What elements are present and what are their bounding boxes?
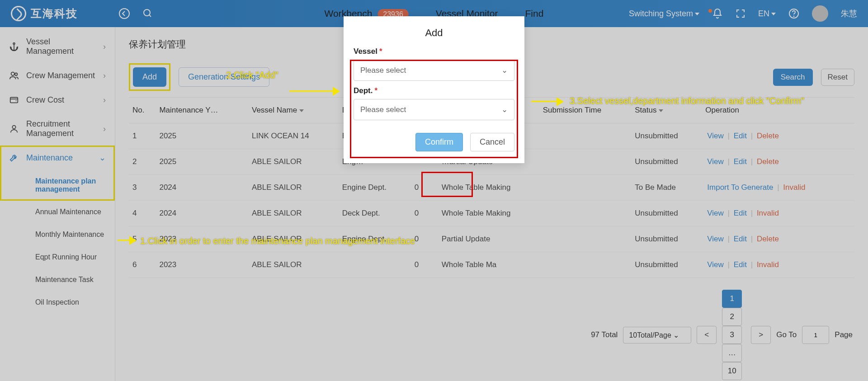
svg-point-4 [13,43,15,45]
chevron-down-icon: ⌄ [501,105,508,114]
help-icon[interactable] [788,8,799,19]
sidebar: Vessel Management › Crew Management › Cr… [0,27,115,381]
sidebar-item-oil-inspection[interactable]: Oil Inspection [0,291,115,314]
table-row: 52023ABLE SAILOREngine Dept.0Partial Upd… [129,226,854,252]
cell-apply: Whole Table Ma [438,252,539,278]
svg-point-8 [12,126,15,129]
top-right: Switching System EN 朱慧 [629,5,857,22]
switching-system[interactable]: Switching System [629,9,699,19]
svg-point-3 [794,16,794,17]
search-button[interactable]: Search [773,69,813,86]
table-row: 32024ABLE SAILOREngine Dept.0Whole Table… [129,175,854,201]
cell-qty: 0 [411,201,438,226]
sidebar-item-vessel-management[interactable]: Vessel Management › [0,30,115,63]
sidebar-item-crew-management[interactable]: Crew Management › [0,63,115,88]
op-invalid[interactable]: Invalid [757,260,779,269]
sidebar-item-crew-cost[interactable]: Crew Cost › [0,88,115,112]
cancel-button[interactable]: Cancel [470,133,514,151]
op-delete[interactable]: Delete [757,235,779,243]
top-left-icons [118,8,154,19]
brand-logo-icon [11,6,26,21]
required-icon: * [379,47,382,56]
pagination: 97 Total 10Total/Page ⌄ < 123…10 > Go To… [129,278,854,381]
arrow-icon [289,90,339,92]
page-3[interactable]: 3 [722,326,742,344]
op-edit[interactable]: Edit [734,157,747,166]
cell-no: 4 [129,201,156,226]
sidebar-item-maintenance-task[interactable]: Maintenance Task [0,268,115,291]
vessel-select-placeholder: Please select [360,66,406,75]
col-year: Maintenance Y… [156,98,248,123]
cell-dept: Engine Dept. [339,175,411,201]
op-invalid[interactable]: Invalid [783,183,805,192]
goto-label: Go To [776,330,797,339]
sidebar-item-eqpt-running-hour[interactable]: Eqpt Running Hour [0,246,115,268]
op-edit[interactable]: Edit [734,132,747,140]
op-view[interactable]: View [707,235,724,243]
sidebar-item-label: Maintenance [26,153,73,163]
generation-settings-button[interactable]: Generation Settings [179,67,269,87]
modal-title: Add [354,27,514,39]
page-2[interactable]: 2 [722,308,742,326]
sidebar-item-maintenance[interactable]: Maintenance ⌄ [0,146,115,170]
language-switch[interactable]: EN [758,9,776,19]
reset-button[interactable]: Reset [821,69,854,86]
op-view[interactable]: View [707,132,724,140]
col-vessel[interactable]: Vessel Name [248,98,339,123]
sidebar-item-label: Oil Inspection [35,298,79,306]
nav-find[interactable]: Find [525,8,544,19]
op-view[interactable]: View [707,260,724,269]
highlight-maintenance-group: Maintenance ⌄ Maintenance plan managemen… [0,146,115,201]
sidebar-item-annual-maintenance[interactable]: Annual Maintenance [0,201,115,223]
op-edit[interactable]: Edit [734,209,747,217]
cell-operation: View | Edit | Delete [702,149,854,175]
bell-icon[interactable] [712,8,723,19]
op-edit[interactable]: Edit [734,235,747,243]
switching-system-label: Switching System [629,9,693,18]
sidebar-item-monthly-maintenance[interactable]: Monthly Maintenance [0,223,115,246]
cell-submission [539,123,632,149]
chevron-down-icon: ⌄ [501,66,508,75]
confirm-button[interactable]: Confirm [415,133,463,151]
username[interactable]: 朱慧 [841,8,857,19]
dept-select[interactable]: Please select ⌄ [354,99,514,120]
user-icon [9,124,19,134]
search-icon[interactable] [142,8,154,19]
sidebar-item-label: Crew Cost [26,95,64,105]
dept-field-label: Dept.* [354,86,514,95]
op-edit[interactable]: Edit [734,260,747,269]
op-import-to-generate[interactable]: Import To Generate [707,183,773,192]
cell-status: Unsubmitted [631,252,702,278]
cell-operation: View | Edit | Invalid [702,252,854,278]
page-1[interactable]: 1 [722,290,742,308]
dept-label-text: Dept. [354,86,373,95]
page-10[interactable]: 10 [722,362,742,380]
col-status[interactable]: Status [631,98,702,123]
cell-no: 2 [129,149,156,175]
op-delete[interactable]: Delete [757,157,779,166]
cell-qty: 0 [411,175,438,201]
goto-input[interactable] [802,326,829,344]
cell-operation: View | Edit | Delete [702,123,854,149]
cell-year: 2025 [156,149,248,175]
op-delete[interactable]: Delete [757,132,779,140]
page-prev[interactable]: < [697,326,717,344]
sidebar-item-maintenance-plan[interactable]: Maintenance plan management [0,170,115,201]
page-next[interactable]: > [751,326,771,344]
cell-no: 3 [129,175,156,201]
op-invalid[interactable]: Invalid [757,209,779,217]
sidebar-item-recruitment[interactable]: Recruitment Management › [0,112,115,146]
op-view[interactable]: View [707,209,724,217]
brand[interactable]: 互海科技 [11,6,78,21]
page-…[interactable]: … [722,344,742,362]
cell-dept: Engine Dept. [339,226,411,252]
back-icon[interactable] [118,8,130,19]
page-size-select[interactable]: 10Total/Page ⌄ [623,327,691,343]
chevron-right-icon: › [103,95,106,105]
cell-submission [539,201,632,226]
add-button[interactable]: Add [133,67,166,87]
fullscreen-icon[interactable] [736,9,745,19]
vessel-select[interactable]: Please select ⌄ [354,60,514,81]
avatar[interactable] [812,5,828,22]
op-view[interactable]: View [707,157,724,166]
